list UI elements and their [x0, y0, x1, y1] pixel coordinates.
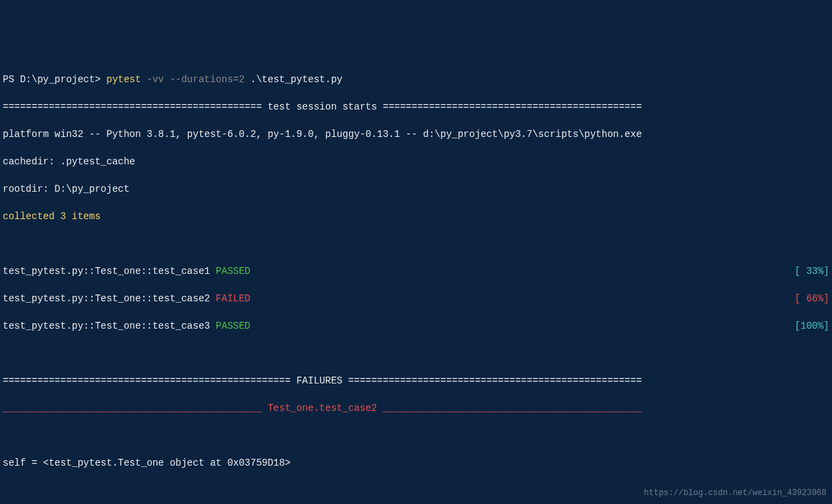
- self-repr: self = <test_pytest.Test_one object at 0…: [3, 456, 829, 470]
- collected-line: collected 3 items: [3, 210, 829, 223]
- failure-title: ________________________________________…: [3, 401, 829, 415]
- test-status: PASSED: [216, 319, 250, 333]
- test-status: FAILED: [216, 292, 250, 305]
- test-percent: [ 33%]: [795, 264, 829, 278]
- test-result-row: test_pytest.py::Test_one::test_case2 FAI…: [3, 292, 829, 305]
- test-name: test_pytest.py::Test_one::test_case3: [3, 319, 216, 333]
- test-percent: [ 66%]: [795, 292, 829, 305]
- test-result-row: test_pytest.py::Test_one::test_case3 PAS…: [3, 319, 829, 333]
- failures-header: ========================================…: [3, 374, 829, 388]
- test-name: test_pytest.py::Test_one::test_case1: [3, 264, 216, 278]
- session-start-header: ========================================…: [3, 100, 829, 114]
- cmd-flags: -vv --durations=2: [141, 73, 251, 86]
- platform-line: platform win32 -- Python 3.8.1, pytest-6…: [3, 127, 829, 141]
- cmd-name: pytest: [106, 73, 140, 86]
- cmd-target: .\test_pytest.py: [250, 73, 342, 86]
- terminal-output[interactable]: PS D:\py_project> pytest -vv --durations…: [3, 59, 829, 504]
- test-result-row: test_pytest.py::Test_one::test_case1 PAS…: [3, 264, 829, 278]
- watermark: https://blog.csdn.net/weixin_43923968: [644, 486, 827, 500]
- cachedir-line: cachedir: .pytest_cache: [3, 155, 829, 168]
- rootdir-line: rootdir: D:\py_project: [3, 182, 829, 196]
- test-status: PASSED: [216, 264, 250, 278]
- prompt-prefix: PS D:\py_project>: [3, 73, 106, 86]
- test-percent: [100%]: [795, 319, 829, 333]
- command-line: PS D:\py_project> pytest -vv --durations…: [3, 73, 829, 86]
- test-name: test_pytest.py::Test_one::test_case2: [3, 292, 216, 305]
